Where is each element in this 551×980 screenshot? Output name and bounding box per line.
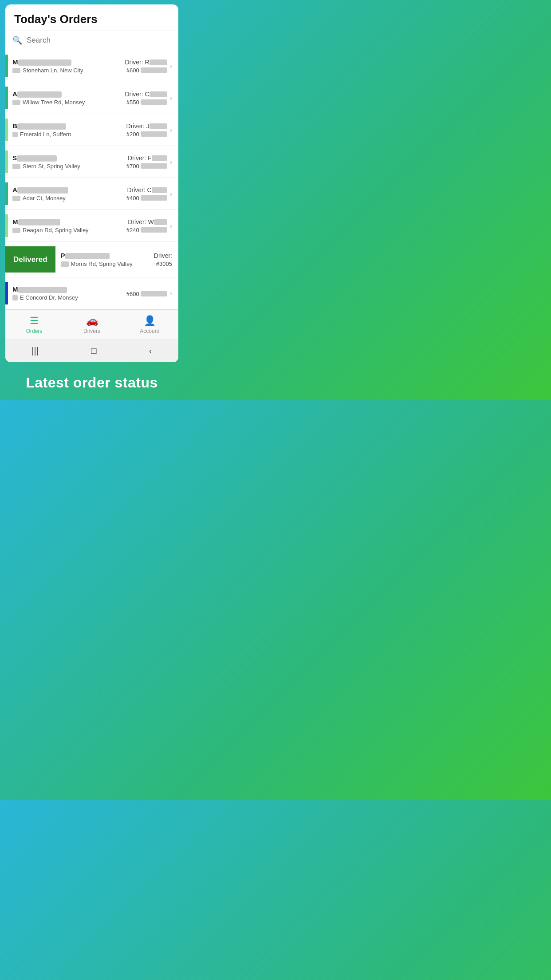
order-content: M Stoneham Ln, New City: [12, 58, 118, 74]
order-name: M: [12, 285, 101, 293]
order-address: Willow Tree Rd, Monsey: [23, 99, 85, 106]
order-address: Stern St, Spring Valley: [23, 163, 80, 170]
order-driver: Driver: J #200: [118, 122, 167, 138]
status-indicator: [5, 150, 8, 173]
driver-name: Driver: R: [118, 59, 167, 66]
app-card: Today's Orders 🔍 M Stoneham Ln, New City: [5, 4, 178, 362]
order-address: Morris Rd, Spring Valley: [71, 261, 133, 267]
table-row[interactable]: A Willow Tree Rd, Monsey Driver: C #550 …: [5, 82, 178, 114]
phone-container: Today's Orders 🔍 M Stoneham Ln, New City: [0, 0, 184, 400]
search-bar[interactable]: 🔍: [5, 31, 178, 50]
driver-name: Driver:: [137, 252, 172, 259]
table-row[interactable]: S Stern St, Spring Valley Driver: F #700…: [5, 146, 178, 178]
status-indicator: [5, 55, 8, 77]
order-driver: Driver: C #550: [118, 91, 167, 106]
address-flag-icon: [12, 132, 18, 137]
order-name: B: [12, 122, 101, 130]
driver-order-num: #200: [118, 131, 167, 138]
driver-name: Driver: F: [118, 154, 167, 162]
order-driver: Driver: R #600: [118, 59, 167, 74]
chevron-right-icon: ›: [170, 94, 172, 102]
order-address-row: Morris Rd, Spring Valley: [61, 261, 137, 267]
bottom-caption: Latest order status: [0, 362, 184, 400]
chevron-right-icon: ›: [170, 126, 172, 134]
tab-orders[interactable]: ☰ Orders: [5, 313, 63, 336]
address-flag-icon: [12, 100, 20, 105]
table-row[interactable]: A Adar Ct, Monsey Driver: C #400 ›: [5, 178, 178, 210]
status-indicator: [5, 119, 8, 141]
order-name: A: [12, 90, 101, 98]
address-flag-icon: [12, 228, 20, 233]
driver-name: Driver: C: [118, 186, 167, 194]
order-address-row: Willow Tree Rd, Monsey: [12, 99, 118, 106]
address-flag-icon: [12, 68, 20, 73]
home-nav-button[interactable]: □: [82, 344, 105, 358]
order-name: P: [61, 252, 137, 259]
delivered-badge: Delivered: [5, 246, 55, 273]
order-driver: Driver: W #240: [118, 218, 167, 233]
order-name: M: [12, 218, 101, 225]
order-address-row: E Concord Dr, Monsey: [12, 294, 118, 301]
driver-order-num: #600: [118, 291, 167, 297]
tab-drivers-label: Drivers: [83, 328, 100, 334]
order-address-row: Stern St, Spring Valley: [12, 163, 118, 170]
system-nav-bar: ||| □ ‹: [5, 339, 178, 362]
table-row[interactable]: B Emerald Ln, Suffern Driver: J #200 ›: [5, 114, 178, 146]
table-row[interactable]: Delivered P Morris Rd, Spring Valley Dri…: [5, 242, 178, 277]
order-content: M E Concord Dr, Monsey: [12, 285, 118, 301]
order-address: Stoneham Ln, New City: [23, 67, 83, 74]
tab-orders-label: Orders: [26, 328, 43, 334]
chevron-right-icon: ›: [170, 289, 172, 297]
menu-nav-button[interactable]: |||: [23, 344, 47, 358]
table-row[interactable]: M E Concord Dr, Monsey #600 ›: [5, 277, 178, 309]
order-content: M Reagan Rd, Spring Valley: [12, 218, 118, 233]
page-header: Today's Orders: [5, 4, 178, 31]
order-address: Emerald Ln, Suffern: [20, 131, 71, 138]
driver-order-num: #700: [118, 163, 167, 170]
order-content: A Adar Ct, Monsey: [12, 186, 118, 202]
search-icon: 🔍: [12, 36, 22, 45]
status-indicator: [5, 214, 8, 237]
tab-bar: ☰ Orders 🚗 Drivers 👤 Account: [5, 309, 178, 339]
chevron-right-icon: ›: [170, 158, 172, 166]
order-address-row: Adar Ct, Monsey: [12, 195, 118, 202]
tab-account-label: Account: [140, 328, 159, 334]
search-input[interactable]: [27, 36, 171, 45]
tab-drivers[interactable]: 🚗 Drivers: [63, 313, 121, 336]
driver-order-num: #550: [118, 99, 167, 106]
address-flag-icon: [12, 164, 20, 169]
back-nav-button[interactable]: ‹: [140, 344, 161, 358]
page-title: Today's Orders: [14, 12, 169, 26]
driver-order-num: #240: [118, 227, 167, 233]
order-driver: Driver: F #700: [118, 154, 167, 170]
order-content: S Stern St, Spring Valley: [12, 154, 118, 170]
driver-order-num: #3005: [137, 261, 172, 267]
order-address: Reagan Rd, Spring Valley: [23, 227, 89, 233]
order-driver: Driver: C #400: [118, 186, 167, 202]
order-name: A: [12, 186, 101, 194]
status-indicator: [5, 182, 8, 205]
table-row[interactable]: M Stoneham Ln, New City Driver: R #600 ›: [5, 50, 178, 82]
address-flag-icon: [61, 261, 69, 267]
order-driver: Driver: #3005: [137, 252, 172, 267]
order-content: P Morris Rd, Spring Valley: [55, 252, 137, 267]
order-name: S: [12, 154, 101, 162]
order-content: B Emerald Ln, Suffern: [12, 122, 118, 138]
tab-account[interactable]: 👤 Account: [121, 313, 178, 336]
address-flag-icon: [12, 196, 20, 201]
status-indicator: [5, 87, 8, 109]
driver-order-num: #600: [118, 67, 167, 74]
driver-order-num: #400: [118, 195, 167, 202]
orders-icon: ☰: [30, 315, 39, 327]
order-address-row: Stoneham Ln, New City: [12, 67, 118, 74]
order-address-row: Emerald Ln, Suffern: [12, 131, 118, 138]
order-address: Adar Ct, Monsey: [23, 195, 66, 202]
account-icon: 👤: [144, 315, 156, 327]
table-row[interactable]: M Reagan Rd, Spring Valley Driver: W #24…: [5, 210, 178, 242]
order-content: A Willow Tree Rd, Monsey: [12, 90, 118, 106]
order-driver: #600: [118, 289, 167, 297]
driver-name: Driver: W: [118, 218, 167, 225]
order-address-row: Reagan Rd, Spring Valley: [12, 227, 118, 233]
chevron-right-icon: ›: [170, 222, 172, 230]
chevron-right-icon: ›: [170, 190, 172, 198]
